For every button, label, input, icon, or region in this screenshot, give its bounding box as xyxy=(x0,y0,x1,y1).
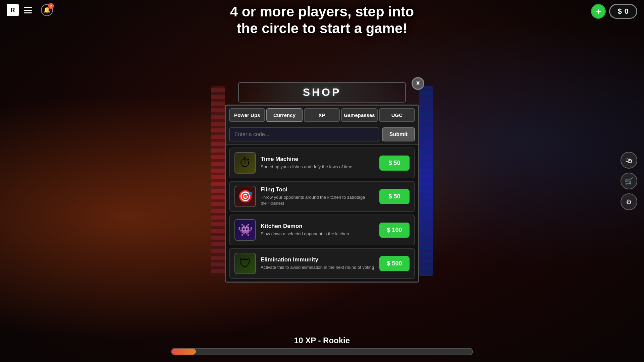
pillar-left xyxy=(211,86,225,276)
fling-tool-buy-button[interactable]: $ 50 xyxy=(379,189,410,204)
elimination-immunity-info: Elimination Immunity Activate this to av… xyxy=(261,256,375,270)
fling-tool-info: Fling Tool Throw your opponents around t… xyxy=(261,186,375,206)
fling-tool-name: Fling Tool xyxy=(261,186,375,193)
elimination-immunity-icon: 🛡 xyxy=(234,253,256,274)
shop-item-kitchen-demon: 👾 Kitchen Demon Slow down a selected opp… xyxy=(229,215,415,245)
shop-title-bar: SHOP xyxy=(238,82,406,103)
shop-item-time-machine: ⏱ Time Machine Speed up your dishes and … xyxy=(229,147,415,178)
tab-power-ups[interactable]: Power Ups xyxy=(229,108,265,122)
code-input[interactable] xyxy=(229,127,379,141)
shop-container: SHOP X Power Ups Currency XP Gamepasses … xyxy=(211,79,433,283)
time-machine-name: Time Machine xyxy=(261,156,375,163)
shop-title: SHOP xyxy=(239,86,405,99)
shop-item-elimination-immunity: 🛡 Elimination Immunity Activate this to … xyxy=(229,248,415,279)
code-row: Submit xyxy=(226,125,418,145)
kitchen-demon-buy-button[interactable]: $ 100 xyxy=(379,223,410,238)
tab-gamepasses[interactable]: Gamepasses xyxy=(341,108,378,122)
time-machine-desc: Speed up your dishes and defy the laws o… xyxy=(261,164,375,170)
time-machine-icon: ⏱ xyxy=(234,152,256,174)
modal-overlay: SHOP X Power Ups Currency XP Gamepasses … xyxy=(0,0,644,362)
submit-button[interactable]: Submit xyxy=(382,127,415,141)
elimination-immunity-name: Elimination Immunity xyxy=(261,256,375,263)
time-machine-info: Time Machine Speed up your dishes and de… xyxy=(261,156,375,170)
kitchen-demon-info: Kitchen Demon Slow down a selected oppon… xyxy=(261,223,375,237)
kitchen-demon-icon: 👾 xyxy=(234,219,256,241)
close-button[interactable]: X xyxy=(412,77,424,90)
items-list: ⏱ Time Machine Speed up your dishes and … xyxy=(226,145,418,282)
shop-item-fling-tool: 🎯 Fling Tool Throw your opponents around… xyxy=(229,181,415,212)
elimination-immunity-desc: Activate this to avoid elimination in th… xyxy=(261,264,375,270)
tab-currency[interactable]: Currency xyxy=(266,108,302,122)
kitchen-demon-desc: Slow down a selected opponent in the kit… xyxy=(261,231,375,237)
time-machine-buy-button[interactable]: $ 50 xyxy=(379,156,410,171)
shop-tabs: Power Ups Currency XP Gamepasses UGC xyxy=(226,106,418,125)
elimination-immunity-buy-button[interactable]: $ 500 xyxy=(379,256,410,271)
pillar-right xyxy=(419,86,433,276)
fling-tool-desc: Throw your opponents around the kitchen … xyxy=(261,194,375,206)
tab-xp[interactable]: XP xyxy=(304,108,340,122)
fling-tool-icon: 🎯 xyxy=(234,186,256,207)
kitchen-demon-name: Kitchen Demon xyxy=(261,223,375,230)
tab-ugc[interactable]: UGC xyxy=(379,108,415,122)
shop-inner: Power Ups Currency XP Gamepasses UGC Sub… xyxy=(225,105,419,283)
